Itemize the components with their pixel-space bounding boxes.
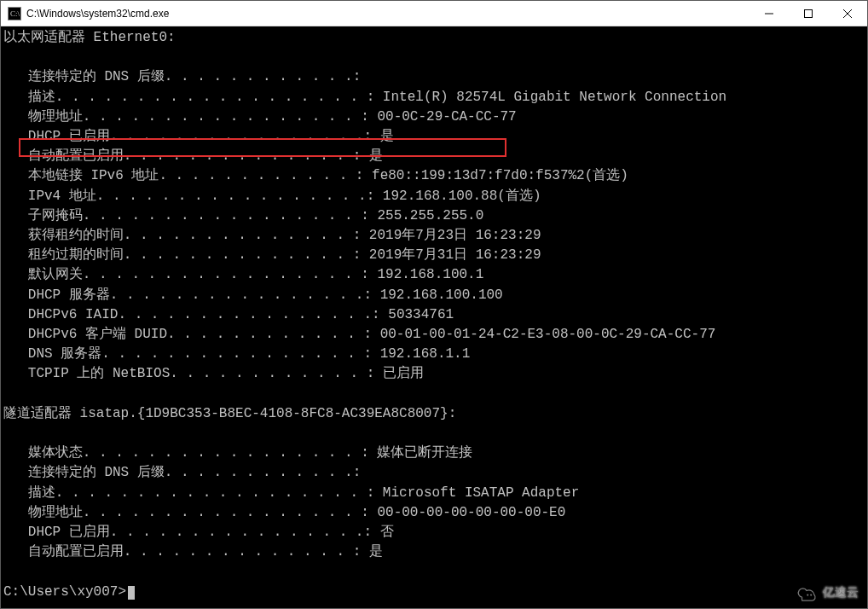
- maximize-button[interactable]: [789, 1, 828, 26]
- terminal-body[interactable]: 以太网适配器 Ethernet0: 连接特定的 DNS 后缀. . . . . …: [1, 26, 867, 608]
- svg-text:C:\: C:\: [10, 9, 20, 18]
- minimize-icon: [765, 9, 773, 18]
- svg-rect-3: [805, 9, 813, 17]
- maximize-icon: [804, 9, 813, 18]
- cmd-window: C:\ C:\Windows\system32\cmd.exe 以太网适配器 E…: [0, 0, 868, 609]
- window-controls: [749, 1, 867, 26]
- close-button[interactable]: [828, 1, 867, 26]
- cmd-icon: C:\: [8, 7, 21, 20]
- close-icon: [843, 9, 852, 18]
- terminal-output: 以太网适配器 Ethernet0: 连接特定的 DNS 后缀. . . . . …: [3, 28, 865, 602]
- titlebar[interactable]: C:\ C:\Windows\system32\cmd.exe: [1, 1, 867, 26]
- minimize-button[interactable]: [749, 1, 789, 26]
- window-title: C:\Windows\system32\cmd.exe: [26, 8, 169, 20]
- cursor: [128, 586, 135, 600]
